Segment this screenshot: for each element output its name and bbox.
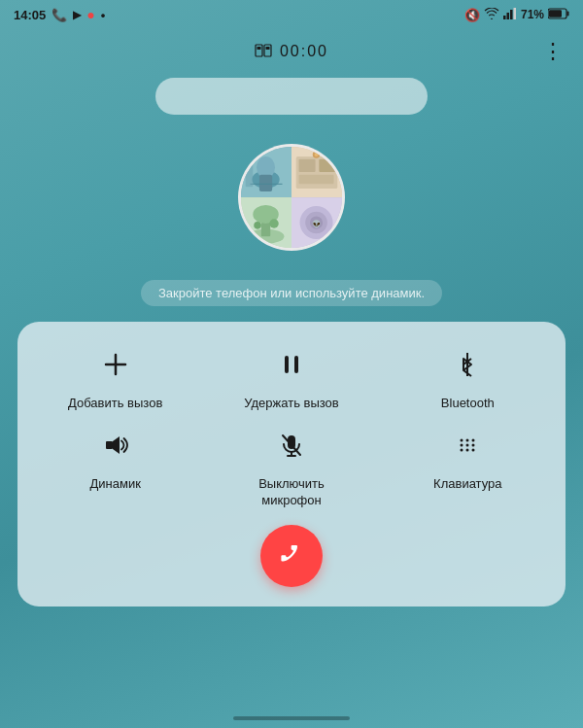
call-time: 00:00 (280, 43, 328, 60)
avatar-container: 👽 (0, 144, 583, 251)
svg-rect-21 (299, 174, 334, 183)
svg-rect-16 (246, 160, 254, 186)
avatar: 👽 (238, 144, 345, 251)
svg-rect-1 (506, 13, 509, 19)
mic-off-icon (268, 422, 315, 468)
svg-rect-38 (294, 356, 298, 373)
svg-point-45 (466, 438, 469, 441)
avatar-quadrant-1 (241, 147, 292, 197)
svg-point-28 (254, 222, 261, 229)
mute-mic-label: Выключить микрофон (258, 476, 325, 509)
action-grid: Добавить вызов Удержать вызов (27, 341, 556, 509)
svg-rect-7 (256, 45, 262, 56)
svg-point-51 (466, 448, 469, 451)
dot-icon: ● (86, 7, 94, 22)
bluetooth-label: Bluetooth (441, 396, 495, 412)
bluetooth-button[interactable]: Bluetooth (380, 341, 556, 412)
add-call-button[interactable]: Добавить вызов (27, 341, 203, 412)
svg-rect-19 (299, 158, 316, 171)
avatar-quadrant-4: 👽 (292, 197, 342, 248)
pause-icon (268, 341, 315, 388)
battery-icon (548, 8, 569, 22)
status-bar: 14:05 📞 ▶ ● • 🔇 71% (0, 0, 583, 27)
svg-rect-2 (510, 10, 513, 19)
mute-mic-button[interactable]: Выключить микрофон (203, 422, 379, 509)
bottom-navigation-bar (233, 716, 350, 720)
svg-point-46 (472, 438, 475, 441)
svg-rect-39 (106, 441, 113, 449)
keyboard-button[interactable]: Клавиатура (380, 422, 556, 509)
svg-rect-8 (257, 47, 260, 50)
svg-point-48 (466, 443, 469, 446)
mute-status-icon: 🔇 (464, 8, 480, 22)
hold-call-label: Удержать вызов (244, 396, 338, 412)
svg-point-29 (269, 219, 278, 227)
speaker-label: Динамик (89, 476, 140, 493)
keyboard-icon (444, 422, 491, 468)
svg-point-49 (472, 443, 475, 446)
status-right: 🔇 71% (464, 8, 569, 22)
signal-dot: • (101, 8, 106, 22)
svg-rect-0 (503, 16, 506, 19)
phone-icon: 📞 (51, 8, 67, 22)
end-call-icon (267, 532, 316, 580)
svg-rect-20 (319, 158, 335, 171)
avatar-quadrant-2 (292, 147, 342, 197)
svg-rect-9 (264, 45, 271, 56)
action-panel: Добавить вызов Удержать вызов (17, 322, 566, 607)
svg-point-52 (472, 448, 475, 451)
svg-point-23 (315, 153, 319, 156)
plus-icon (92, 341, 139, 388)
call-timer-bar: 00:00 ⋮ (0, 43, 583, 60)
sim-icon (255, 44, 272, 60)
wifi-icon (484, 8, 499, 22)
svg-point-47 (461, 443, 463, 446)
svg-text:👽: 👽 (312, 218, 322, 227)
hold-call-button[interactable]: Удержать вызов (203, 341, 379, 412)
svg-rect-37 (285, 356, 289, 373)
svg-point-50 (461, 448, 463, 451)
svg-rect-10 (265, 47, 269, 50)
speaker-icon (92, 422, 139, 468)
status-time: 14:05 (14, 8, 46, 22)
end-call-row (27, 525, 556, 587)
svg-rect-3 (513, 8, 516, 19)
avatar-quadrant-3 (241, 197, 292, 248)
add-call-label: Добавить вызов (68, 396, 162, 412)
end-call-button[interactable] (260, 525, 323, 587)
more-options-button[interactable]: ⋮ (542, 41, 564, 62)
youtube-icon: ▶ (73, 9, 81, 21)
hint-text: Закройте телефон или используйте динамик… (141, 280, 442, 306)
svg-point-44 (461, 438, 463, 441)
keyboard-label: Клавиатура (433, 476, 501, 493)
battery-percent: 71% (521, 8, 544, 21)
name-bar (155, 78, 428, 115)
speaker-button[interactable]: Динамик (27, 422, 203, 509)
svg-rect-6 (567, 11, 569, 16)
signal-bars-icon (503, 8, 517, 22)
svg-rect-14 (259, 174, 272, 191)
svg-rect-5 (549, 10, 562, 17)
bluetooth-icon (444, 341, 491, 388)
status-left: 14:05 📞 ▶ ● • (14, 7, 105, 22)
